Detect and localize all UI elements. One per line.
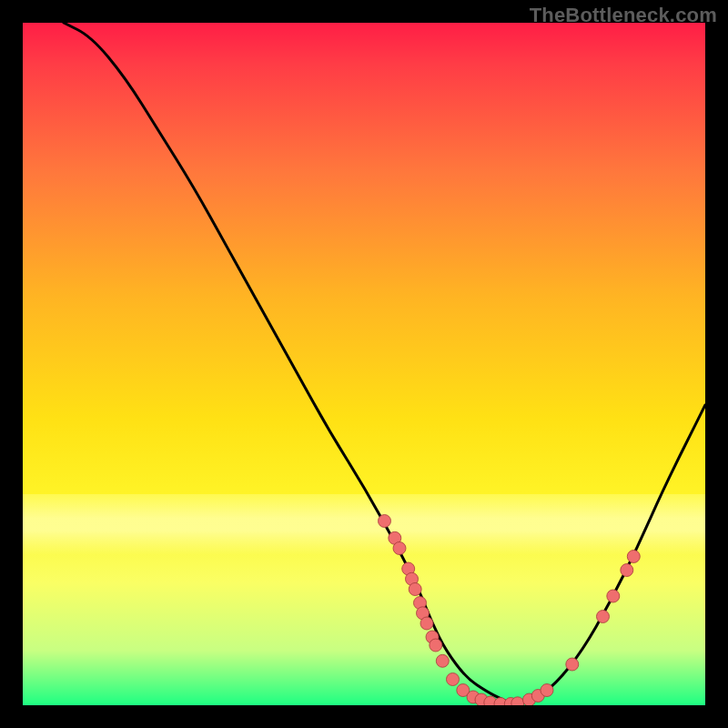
data-dot [409,583,421,596]
data-dot [420,617,433,630]
data-dots-group [379,515,641,706]
data-dot [541,684,553,697]
data-dot [627,551,640,563]
data-dot [393,542,406,555]
data-dot [621,564,633,577]
data-dot [379,515,391,528]
data-dot [436,654,449,667]
bottleneck-curve [64,23,705,703]
watermark-label: TheBottleneck.com [530,4,717,27]
data-dot [566,658,579,671]
curve-svg [23,23,705,705]
data-dot [430,639,442,652]
curve-path-group [64,23,705,703]
plot-area [23,23,705,705]
data-dot [597,611,610,623]
data-dot [607,590,620,602]
data-dot [447,673,460,686]
chart-frame: TheBottleneck.com [0,0,728,728]
